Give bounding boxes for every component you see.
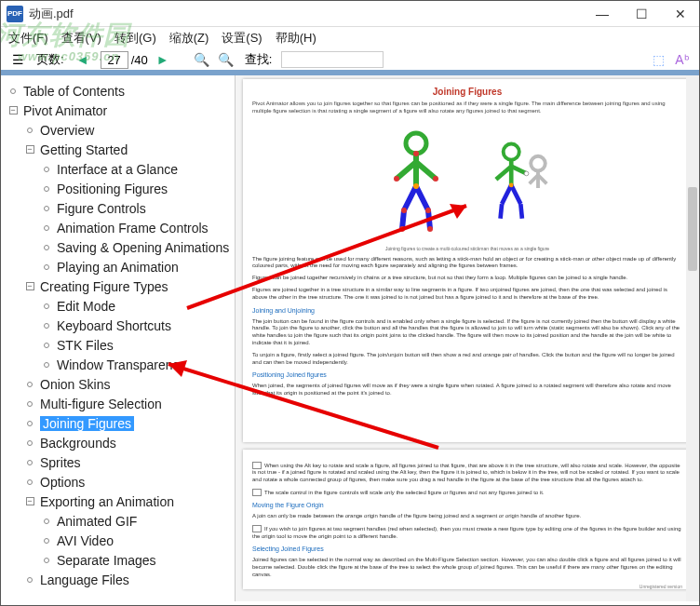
leaf-icon xyxy=(40,163,53,176)
viewer-scrollbar[interactable] xyxy=(686,75,699,601)
sub1-para-1: The join button can be found in the figu… xyxy=(252,318,682,347)
tree-item-animated-gif[interactable]: Animated GIF xyxy=(5,511,231,531)
svg-point-29 xyxy=(524,171,529,176)
leaf-icon xyxy=(23,378,36,391)
svg-line-22 xyxy=(511,184,520,203)
tree-item-avi-video[interactable]: AVI Video xyxy=(5,531,231,550)
collapse-icon[interactable]: − xyxy=(23,280,36,293)
tree-item-backgrounds[interactable]: Backgrounds xyxy=(5,433,231,452)
tree-label: Joining Figures xyxy=(40,416,134,431)
tree-label: Interface at a Glance xyxy=(57,162,178,177)
leaf-icon xyxy=(23,437,36,450)
tree-label: Animated GIF xyxy=(57,514,137,529)
para-1: The figure joining feature can be used f… xyxy=(252,256,682,271)
subheading-positioning: Positioning Joined figures xyxy=(252,371,682,378)
tree-label: Multi-figure Selection xyxy=(40,397,162,411)
leaf-icon xyxy=(23,417,36,430)
alt-key-icon xyxy=(252,462,262,469)
search-label: 查找: xyxy=(245,51,273,68)
tree-label: STK Files xyxy=(57,338,114,353)
document-viewer[interactable]: Joining Figures Pivot Animator allows yo… xyxy=(236,75,699,601)
leaf-icon xyxy=(23,573,36,586)
leaf-icon xyxy=(40,339,53,352)
menu-view[interactable]: 查看(V) xyxy=(61,30,101,47)
menu-goto[interactable]: 转到(G) xyxy=(114,30,156,47)
figure-illustration xyxy=(252,121,682,242)
svg-point-11 xyxy=(433,176,438,182)
minimize-button[interactable]: — xyxy=(589,5,615,23)
tree-label: Figure Controls xyxy=(57,201,146,216)
collapse-icon[interactable]: − xyxy=(23,495,36,508)
leaf-icon xyxy=(23,397,36,411)
menu-zoom[interactable]: 缩放(Z) xyxy=(169,30,209,47)
close-button[interactable]: ✕ xyxy=(667,5,693,23)
svg-line-7 xyxy=(428,210,430,229)
tree-label: Separate Images xyxy=(57,553,156,568)
para-2: Figures can be joined together recursive… xyxy=(252,275,682,282)
stickman-right xyxy=(486,130,551,233)
tree-item-pivot-animator[interactable]: −Pivot Animator xyxy=(5,101,231,120)
bookmarks-sidebar[interactable]: Table of Contents−Pivot AnimatorOverview… xyxy=(1,75,236,601)
zoom-in-icon[interactable]: 🔍 xyxy=(217,50,236,69)
tree-item-edit-mode[interactable]: Edit Mode xyxy=(5,296,231,316)
tree-item-joining-figures[interactable]: Joining Figures xyxy=(5,413,231,433)
footer-text: Unregistered version xyxy=(252,584,682,589)
next-page-icon[interactable]: ► xyxy=(154,50,172,69)
tree-label: Sprites xyxy=(40,455,81,470)
total-pages: 40 xyxy=(134,53,147,67)
tree-item-table-of-contents[interactable]: Table of Contents xyxy=(5,81,231,101)
zoom-out-icon[interactable]: 🔍 xyxy=(193,50,211,69)
tree-item-options[interactable]: Options xyxy=(5,472,231,492)
sub3-para2: If you wish to join figures at two segme… xyxy=(252,525,682,540)
tree-item-window-transparency[interactable]: Window Transparency xyxy=(5,355,231,374)
tree-item-positioning-figures[interactable]: Positioning Figures xyxy=(5,179,231,198)
tree-item-sprites[interactable]: Sprites xyxy=(5,452,231,472)
tree-label: Getting Started xyxy=(40,142,128,157)
tree-item-stk-files[interactable]: STK Files xyxy=(5,335,231,355)
tree-item-exporting-an-animation[interactable]: −Exporting an Animation xyxy=(5,492,231,511)
svg-point-15 xyxy=(427,226,433,232)
search-input[interactable] xyxy=(281,51,384,68)
bookmarks-panel-icon[interactable]: ☰ xyxy=(8,50,27,69)
tree-item-creating-figure-types[interactable]: −Creating Figure Types xyxy=(5,276,231,296)
tree-item-figure-controls[interactable]: Figure Controls xyxy=(5,198,231,218)
tree-item-separate-images[interactable]: Separate Images xyxy=(5,550,231,570)
tree-label: Options xyxy=(40,475,85,490)
leaf-icon xyxy=(40,319,53,332)
svg-line-23 xyxy=(520,204,522,219)
tree-item-language-files[interactable]: Language Files xyxy=(5,570,231,589)
collapse-icon[interactable]: − xyxy=(23,143,36,156)
tree-item-animation-frame-controls[interactable]: Animation Frame Controls xyxy=(5,218,231,237)
svg-line-5 xyxy=(402,210,404,229)
current-page-input[interactable]: 27 xyxy=(101,51,128,69)
tree-item-multi-figure-selection[interactable]: Multi-figure Selection xyxy=(5,394,231,413)
svg-point-10 xyxy=(394,176,399,182)
subheading-joining: Joining and Unjoining xyxy=(252,307,682,314)
tree-item-onion-skins[interactable]: Onion Skins xyxy=(5,374,231,394)
tree-label: Backgrounds xyxy=(40,436,116,451)
collapse-icon[interactable]: − xyxy=(7,104,20,117)
prev-page-icon[interactable]: ◄ xyxy=(74,50,92,69)
menu-file[interactable]: 文件(F) xyxy=(8,30,48,47)
leaf-icon xyxy=(40,241,53,254)
svg-point-16 xyxy=(504,143,519,159)
tree-item-getting-started[interactable]: −Getting Started xyxy=(5,140,231,159)
tree-item-keyboard-shortcuts[interactable]: Keyboard Shortcuts xyxy=(5,316,231,335)
tree-item-interface-at-a-glance[interactable]: Interface at a Glance xyxy=(5,159,231,179)
menu-settings[interactable]: 设置(S) xyxy=(222,30,262,47)
tree-label: Creating Figure Types xyxy=(40,279,168,294)
svg-point-14 xyxy=(399,226,405,232)
menu-help[interactable]: 帮助(H) xyxy=(276,30,316,47)
leaf-icon xyxy=(40,261,53,274)
select-tool-icon[interactable]: ⬚ xyxy=(649,50,667,69)
svg-line-2 xyxy=(397,162,416,179)
leaf-icon xyxy=(40,534,53,547)
tree-item-overview[interactable]: Overview xyxy=(5,120,231,140)
text-tool-icon[interactable]: Aᵇ xyxy=(673,50,692,69)
tree-item-saving-opening-animations[interactable]: Saving & Opening Animations xyxy=(5,237,231,257)
maximize-button[interactable]: ☐ xyxy=(628,5,654,23)
titlebar: PDF 动画.pdf — ☐ ✕ xyxy=(1,1,699,27)
svg-point-0 xyxy=(406,133,426,154)
tree-item-playing-an-animation[interactable]: Playing an Animation xyxy=(5,257,231,276)
scale-icon xyxy=(252,489,262,496)
